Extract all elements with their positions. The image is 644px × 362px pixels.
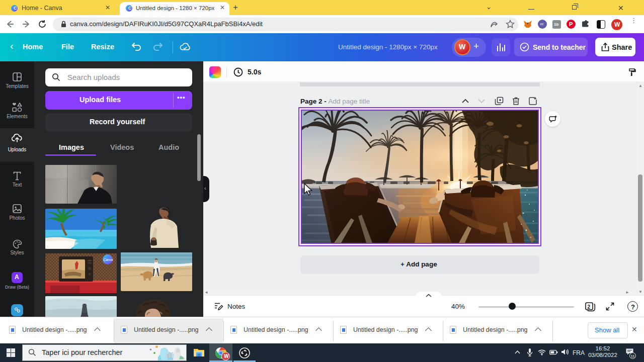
svg-text:2: 2 — [588, 304, 591, 310]
svg-text:Canva: Canva — [104, 258, 113, 261]
